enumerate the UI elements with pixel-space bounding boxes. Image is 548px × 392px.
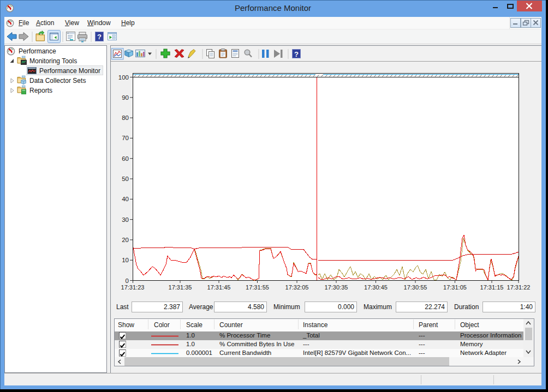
svg-text:17:31:15: 17:31:15 xyxy=(480,284,504,291)
svg-text:60: 60 xyxy=(122,155,129,162)
svg-text:17:31:35: 17:31:35 xyxy=(169,284,192,291)
svg-text:0: 0 xyxy=(126,278,129,284)
svg-text:17:31:23: 17:31:23 xyxy=(121,284,145,291)
svg-text:17:30:55: 17:30:55 xyxy=(404,284,427,291)
svg-text:17:31:55: 17:31:55 xyxy=(246,284,269,291)
svg-text:17:31:45: 17:31:45 xyxy=(207,284,231,291)
svg-text:17:30:45: 17:30:45 xyxy=(364,284,388,291)
svg-text:?: ? xyxy=(97,33,102,41)
svg-text:30: 30 xyxy=(122,216,129,223)
svg-text:?: ? xyxy=(294,50,299,58)
svg-text:80: 80 xyxy=(122,114,129,121)
svg-text:10: 10 xyxy=(122,257,129,263)
svg-text:90: 90 xyxy=(122,94,129,101)
svg-text:70: 70 xyxy=(122,135,129,141)
svg-text:17:30:35: 17:30:35 xyxy=(325,284,348,291)
svg-text:20: 20 xyxy=(122,237,129,243)
svg-text:50: 50 xyxy=(122,176,129,182)
svg-text:100: 100 xyxy=(118,74,129,81)
svg-text:40: 40 xyxy=(122,196,129,202)
svg-text:17:32:05: 17:32:05 xyxy=(285,284,309,291)
svg-text:17:31:22: 17:31:22 xyxy=(507,284,531,291)
svg-text:17:31:05: 17:31:05 xyxy=(443,284,467,291)
